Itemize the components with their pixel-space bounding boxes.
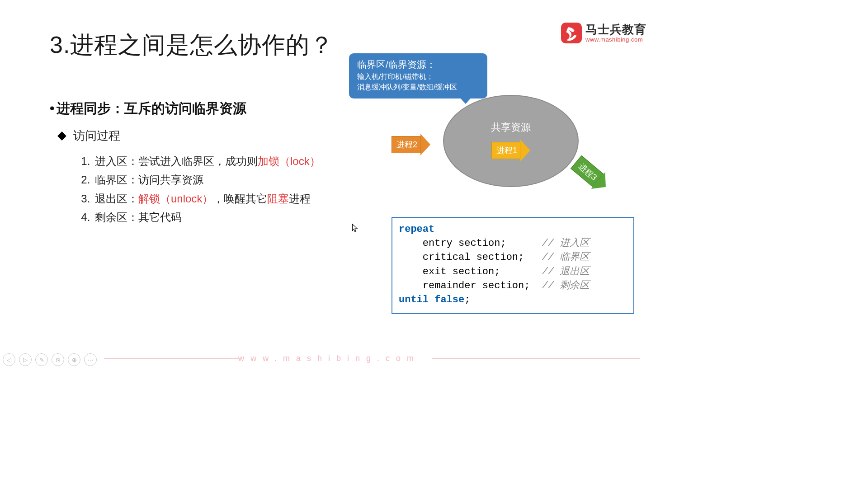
main-bullet-text: 进程同步：互斥的访问临界资源 [57,101,246,116]
arrow-process2: 进程2 [392,134,430,155]
code-box: repeat entry section; // 进入区 critical se… [392,217,634,314]
kw-repeat: repeat [399,224,434,235]
arrow-process2-label: 进程2 [392,136,420,153]
prev-button[interactable]: ◁ [3,353,15,366]
logo-url: www.mashibing.com [585,37,646,42]
pen-button[interactable]: ✎ [35,353,48,366]
main-bullet: •进程同步：互斥的访问临界资源 [50,99,344,118]
diamond-icon [57,131,66,141]
logo-text: 马士兵教育 www.mashibing.com [585,23,646,42]
more-button[interactable]: ⋯ [84,353,97,366]
bubble-line2: 消息缓冲队列/变量/数组/缓冲区 [357,82,479,92]
step-4: 剩余区：其它代码 [93,208,344,226]
step-2: 临界区：访问共享资源 [93,170,344,189]
arrow-process3: 进程3 [569,154,613,195]
arrow-head-icon [420,134,430,155]
zoom-button[interactable]: ⊕ [68,353,80,366]
brand-logo: 马士兵教育 www.mashibing.com [561,23,646,43]
logo-cn: 马士兵教育 [585,23,646,35]
slide: 马士兵教育 www.mashibing.com 3.进程之间是怎么协作的？ •进… [0,0,658,369]
slide-title: 3.进程之间是怎么协作的？ [50,29,334,61]
clip-button[interactable]: ⎘ [52,353,64,366]
arrow-process1: 进程1 [491,140,530,161]
step-1: 进入区：尝试进入临界区，成功则加锁（lock） [93,152,344,170]
bubble-title: 临界区/临界资源： [357,58,479,71]
footer-url: www.mashibing.com [0,354,658,363]
steps-list: 进入区：尝试进入临界区，成功则加锁（lock） 临界区：访问共享资源 退出区：解… [50,152,344,226]
kw-until: until false [399,294,464,305]
oval-label: 共享资源 [491,121,531,134]
cursor-icon [352,224,358,233]
step-3: 退出区：解锁（unlock），唤醒其它阻塞进程 [93,189,344,208]
arrow-process1-label: 进程1 [491,142,520,159]
shared-resource-oval: 共享资源 进程1 [443,95,579,187]
arrow-head-icon [520,140,530,161]
sub-bullet-text: 访问过程 [73,128,120,144]
sub-bullet: 访问过程 [59,128,344,144]
logo-icon [561,23,582,43]
callout-bubble: 临界区/临界资源： 输入机/打印机/磁带机； 消息缓冲队列/变量/数组/缓冲区 [349,53,487,99]
bubble-line1: 输入机/打印机/磁带机； [357,72,479,82]
content-block: •进程同步：互斥的访问临界资源 访问过程 进入区：尝试进入临界区，成功则加锁（l… [50,99,344,226]
player-controls: ◁ ▷ ✎ ⎘ ⊕ ⋯ [3,353,97,366]
next-button[interactable]: ▷ [19,353,32,366]
